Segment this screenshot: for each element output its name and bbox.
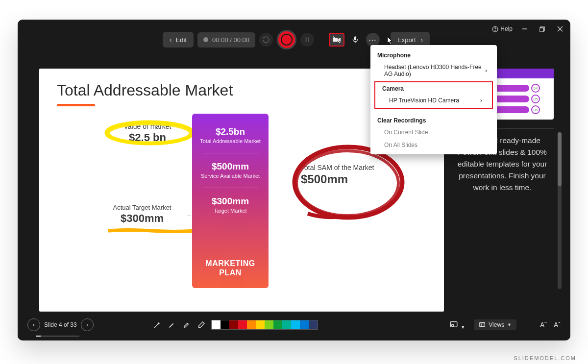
- retake-button[interactable]: [259, 33, 273, 47]
- chevron-down-icon: ▼: [507, 322, 512, 327]
- target-market-note: Actual Target Market $300mm: [93, 204, 191, 225]
- slide-title: Total Addressable Market: [57, 81, 233, 99]
- badge-05: 05: [531, 95, 540, 103]
- cameo-icon: [449, 320, 458, 329]
- sam-note-value: $500mm: [301, 172, 394, 186]
- eraser-tool[interactable]: [196, 320, 206, 330]
- slide-position: Slide 4 of 33: [44, 321, 77, 328]
- marketing-plan-label: MARKETING PLAN: [198, 259, 263, 281]
- svg-point-1: [495, 30, 495, 30]
- chevron-down-icon: ▼: [461, 325, 465, 330]
- chevron-right-icon: ›: [421, 36, 423, 44]
- swatch-darkred[interactable]: [229, 320, 238, 329]
- target-amount: $300mm: [198, 196, 263, 207]
- close-button[interactable]: [555, 24, 565, 34]
- tam-column: $2.5bn Total Addressable Market $500mm S…: [192, 114, 269, 288]
- swatch-lime[interactable]: [265, 320, 273, 329]
- scrollbar-thumb[interactable]: [558, 132, 562, 186]
- color-swatches: [211, 320, 318, 330]
- sam-note-label: Total SAM of the Market: [301, 164, 394, 171]
- sam-amount: $500mm: [198, 161, 263, 172]
- font-increase-button[interactable]: Aˆ: [540, 321, 547, 329]
- pause-icon: [303, 36, 311, 44]
- target-market-label: Actual Target Market: [93, 204, 191, 211]
- swatch-red[interactable]: [238, 320, 247, 329]
- clear-all-item[interactable]: On All Slides: [370, 139, 497, 151]
- swatch-blue[interactable]: [300, 320, 309, 329]
- laser-icon: [153, 321, 161, 329]
- window-titlebar: Help: [492, 24, 565, 34]
- microphone-toggle[interactable]: [348, 33, 362, 47]
- record-button[interactable]: [277, 30, 296, 49]
- chevron-left-icon: ‹: [33, 321, 35, 328]
- timer-text: 00:00 / 00:00: [212, 36, 249, 44]
- badge-06: 06: [531, 105, 540, 114]
- microphone-icon: [351, 35, 359, 44]
- clear-all-label: On All Slides: [384, 142, 417, 148]
- minimize-button[interactable]: [519, 24, 530, 34]
- tam-label: Total Addressable Market: [198, 138, 263, 145]
- timer-display: 00:00 / 00:00: [197, 32, 255, 48]
- swatch-yellow[interactable]: [256, 320, 265, 329]
- clear-current-item[interactable]: On Current Slide: [370, 126, 497, 139]
- record-icon: [281, 34, 293, 46]
- sam-label: Service Available Market: [198, 173, 263, 180]
- value-of-market-label: Value of market: [106, 122, 189, 130]
- title-underline: [57, 104, 95, 106]
- camera-device-item[interactable]: HP TrueVision HD Camera ›: [375, 94, 492, 107]
- pen-tool[interactable]: [167, 320, 177, 330]
- help-button[interactable]: Help: [492, 25, 513, 32]
- highlighter-tool[interactable]: [182, 320, 192, 330]
- prev-slide-button[interactable]: ‹: [27, 318, 40, 331]
- swatch-black[interactable]: [220, 320, 229, 329]
- bottom-toolbar: ‹ Slide 4 of 33 › ▼: [27, 316, 561, 334]
- camera-toggle[interactable]: [329, 33, 344, 47]
- target-segment: $300mm Target Market: [198, 190, 263, 220]
- pause-button[interactable]: [300, 33, 314, 47]
- svg-rect-8: [308, 37, 309, 42]
- help-label: Help: [500, 25, 513, 32]
- swatch-white[interactable]: [212, 320, 220, 329]
- retake-icon: [262, 36, 270, 44]
- settings-dropdown: Microphone Headset (Lenovo HD300 Hands-F…: [370, 45, 497, 154]
- maximize-button[interactable]: [537, 24, 548, 34]
- swatch-green[interactable]: [273, 320, 282, 329]
- record-indicator-icon: [203, 37, 208, 42]
- pen-tools: [152, 320, 206, 330]
- swatch-cyan[interactable]: [291, 320, 300, 329]
- chevron-right-icon: ›: [480, 97, 482, 104]
- font-decrease-button[interactable]: Aˇ: [554, 321, 561, 329]
- target-market-value: $300mm: [93, 212, 191, 225]
- sidebar-scrollbar[interactable]: [558, 132, 562, 289]
- sam-segment: $500mm Service Available Market: [198, 155, 263, 186]
- swatch-orange[interactable]: [247, 320, 256, 329]
- more-icon: ⋯: [368, 35, 377, 45]
- cameo-button[interactable]: ▼: [449, 320, 465, 330]
- clear-section-header: Clear Recordings: [370, 113, 497, 126]
- laser-pointer-tool[interactable]: [152, 320, 162, 330]
- swatch-navy[interactable]: [309, 320, 318, 329]
- font-size-controls: Aˆ Aˇ: [540, 321, 561, 329]
- more-options-button[interactable]: ⋯: [366, 33, 380, 47]
- mic-section-header: Microphone: [370, 48, 497, 61]
- connector-line: [187, 216, 191, 216]
- clear-current-label: On Current Slide: [384, 129, 428, 136]
- next-slide-button[interactable]: ›: [81, 318, 94, 331]
- yellow-underline-annotation: [108, 226, 197, 231]
- help-icon: [492, 26, 498, 32]
- svg-rect-7: [306, 37, 307, 42]
- chevron-right-icon: ›: [86, 321, 88, 328]
- highlighter-icon: [183, 321, 191, 329]
- divider: [370, 111, 497, 111]
- mic-device-item[interactable]: Headset (Lenovo HD300 Hands-Free AG Audi…: [370, 61, 497, 80]
- chevron-left-icon: ‹: [170, 36, 172, 44]
- value-of-market-note: Value of market $2.5 bn: [106, 122, 189, 144]
- edit-button[interactable]: ‹ Edit: [163, 32, 194, 48]
- export-label: Export: [397, 36, 416, 44]
- edit-label: Edit: [176, 36, 187, 44]
- svg-rect-21: [480, 322, 485, 326]
- swatch-teal[interactable]: [282, 320, 291, 329]
- svg-point-20: [452, 324, 454, 327]
- views-button[interactable]: Views ▼: [474, 319, 516, 330]
- views-label: Views: [489, 321, 504, 328]
